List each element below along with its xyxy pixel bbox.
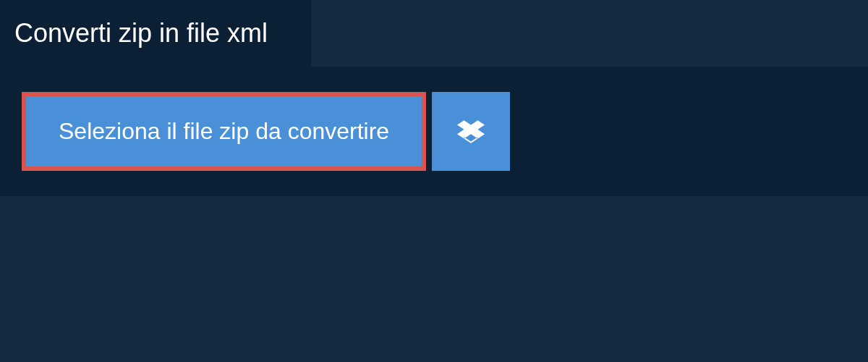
tab-title-text: Converti zip in file xml — [14, 18, 268, 48]
dropbox-icon — [457, 118, 485, 146]
button-row: Seleziona il file zip da convertire — [22, 92, 846, 171]
select-file-label: Seleziona il file zip da convertire — [59, 118, 389, 145]
spacer — [0, 196, 868, 218]
upload-panel: Seleziona il file zip da convertire — [0, 67, 868, 196]
dropbox-button[interactable] — [432, 92, 510, 171]
tab-title: Converti zip in file xml — [0, 0, 311, 67]
select-file-button[interactable]: Seleziona il file zip da convertire — [22, 92, 426, 171]
